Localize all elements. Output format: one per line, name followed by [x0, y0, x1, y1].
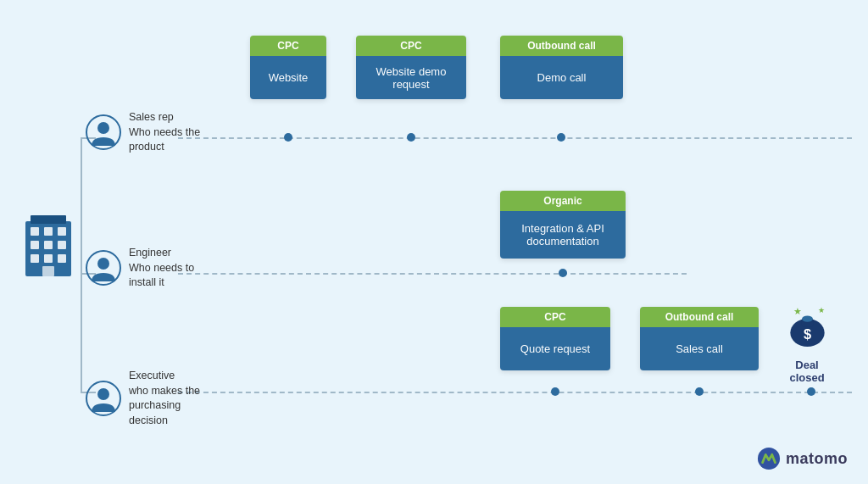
persona-icon-sales-rep: [85, 114, 122, 151]
matomo-logo-text: matomo: [786, 450, 848, 468]
persona-sales-rep: Sales rep Who needs the product: [85, 110, 214, 155]
svg-text:★: ★: [793, 306, 802, 316]
svg-rect-10: [58, 254, 66, 263]
touchpoint-outbound-sales-header: Outbound call: [640, 307, 759, 327]
touchpoint-outbound-demo: Outbound call Demo call: [500, 36, 623, 99]
persona-icon-engineer: [85, 249, 122, 287]
svg-point-13: [97, 122, 109, 134]
svg-rect-1: [31, 215, 66, 224]
dot-deal-closed: [807, 387, 815, 396]
matomo-logo: matomo: [757, 447, 848, 470]
touchpoint-organic-api-body: Integration & API documentation: [500, 211, 626, 259]
touchpoint-cpc-quote-body: Quote request: [500, 327, 610, 370]
svg-text:★: ★: [818, 306, 825, 314]
vertical-connector: [81, 137, 82, 392]
touchpoint-outbound-demo-body: Demo call: [500, 56, 623, 99]
svg-rect-9: [44, 254, 53, 263]
dot-outbound-demo: [557, 133, 565, 142]
persona-icon-executive: [85, 380, 122, 417]
touchpoint-cpc-website: CPC Website: [250, 36, 326, 99]
touchpoint-cpc-demo-request: CPC Website demo request: [356, 36, 466, 99]
svg-rect-2: [31, 227, 39, 236]
touchpoint-cpc-website-header: CPC: [250, 36, 326, 56]
deal-closed-icon: $ ★ ★: [784, 298, 831, 355]
svg-rect-5: [31, 241, 39, 249]
persona-engineer: Engineer Who needs to install it: [85, 246, 214, 291]
persona-executive: Executive who makes the purchasing decis…: [85, 369, 214, 428]
touchpoint-organic-api: Organic Integration & API documentation: [500, 191, 626, 259]
svg-rect-4: [58, 227, 66, 236]
svg-point-15: [97, 258, 109, 270]
touchpoint-cpc-demo-request-body: Website demo request: [356, 56, 466, 99]
matomo-logo-icon: [757, 447, 781, 470]
touchpoint-organic-api-header: Organic: [500, 191, 626, 211]
persona-label-executive: Executive who makes the purchasing decis…: [129, 369, 214, 428]
svg-rect-6: [44, 241, 53, 249]
dot-outbound-sales: [695, 387, 704, 396]
svg-text:$: $: [803, 326, 810, 342]
main-container: Sales rep Who needs the product Engineer…: [0, 0, 868, 484]
dot-cpc-website: [284, 133, 292, 142]
touchpoint-cpc-demo-request-header: CPC: [356, 36, 466, 56]
svg-point-17: [97, 388, 109, 400]
svg-rect-11: [42, 266, 54, 276]
touchpoint-outbound-sales-body: Sales call: [640, 327, 759, 370]
svg-point-20: [802, 315, 813, 321]
dashed-line-row2: [178, 273, 687, 275]
touchpoint-cpc-website-body: Website: [250, 56, 326, 99]
touchpoint-outbound-demo-header: Outbound call: [500, 36, 623, 56]
persona-label-engineer: Engineer Who needs to install it: [129, 246, 214, 291]
deal-closed: $ ★ ★ Deal closed: [773, 298, 841, 384]
dot-organic-api: [559, 269, 567, 277]
persona-label-sales-rep: Sales rep Who needs the product: [129, 110, 214, 155]
dashed-line-row1: [178, 137, 852, 139]
svg-rect-7: [58, 241, 66, 249]
building-icon: [19, 209, 78, 276]
touchpoint-cpc-quote: CPC Quote request: [500, 307, 610, 370]
svg-rect-3: [44, 227, 53, 236]
deal-closed-label: Deal closed: [789, 359, 824, 384]
touchpoint-outbound-sales: Outbound call Sales call: [640, 307, 759, 370]
touchpoint-cpc-quote-header: CPC: [500, 307, 610, 327]
dot-cpc-demo-request: [407, 133, 415, 142]
dot-cpc-quote: [551, 387, 559, 396]
svg-rect-8: [31, 254, 39, 263]
dashed-line-row3: [178, 392, 852, 393]
